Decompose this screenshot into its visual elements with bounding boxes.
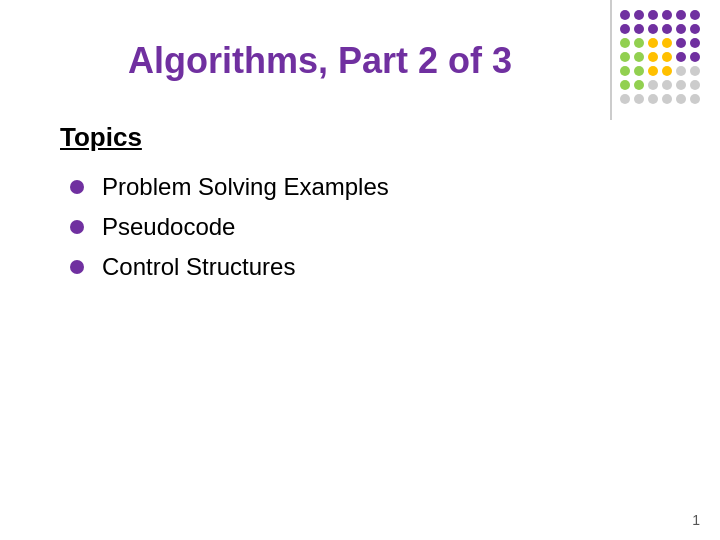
decoration-dot	[648, 80, 658, 90]
decoration-dot	[620, 24, 630, 34]
list-item-text: Problem Solving Examples	[102, 173, 389, 201]
list-item: Control Structures	[70, 253, 660, 281]
bullet-dot-icon	[70, 180, 84, 194]
bullet-list: Problem Solving ExamplesPseudocodeContro…	[60, 173, 660, 281]
decoration-dot	[662, 94, 672, 104]
list-item-text: Control Structures	[102, 253, 295, 281]
decoration-dot	[690, 10, 700, 20]
decoration-dot	[676, 66, 686, 76]
slide: Algorithms, Part 2 of 3 Topics Problem S…	[0, 0, 720, 540]
decoration-dot	[662, 10, 672, 20]
decoration-dot	[690, 80, 700, 90]
decoration-dot	[648, 10, 658, 20]
decoration-dot	[662, 80, 672, 90]
vertical-divider	[610, 0, 612, 120]
decoration-dot	[634, 94, 644, 104]
decoration-dot	[648, 52, 658, 62]
page-number: 1	[692, 512, 700, 528]
decoration-dot	[690, 94, 700, 104]
decoration-dot	[676, 80, 686, 90]
decoration-dot	[662, 38, 672, 48]
decoration-dot	[648, 66, 658, 76]
list-item: Pseudocode	[70, 213, 660, 241]
decoration-dot	[634, 10, 644, 20]
decoration-dot	[648, 38, 658, 48]
decoration-dot	[634, 38, 644, 48]
decoration-dot	[648, 24, 658, 34]
list-item: Problem Solving Examples	[70, 173, 660, 201]
bullet-dot-icon	[70, 220, 84, 234]
decoration-dot	[648, 94, 658, 104]
decoration-dot	[676, 10, 686, 20]
decoration-dot	[634, 52, 644, 62]
decoration-dot	[634, 80, 644, 90]
decoration-dot	[620, 52, 630, 62]
bullet-dot-icon	[70, 260, 84, 274]
list-item-text: Pseudocode	[102, 213, 235, 241]
decoration-dot	[676, 52, 686, 62]
decoration-dot	[676, 94, 686, 104]
decoration-dot	[662, 66, 672, 76]
decoration-dot	[634, 24, 644, 34]
decoration-dot	[676, 24, 686, 34]
decoration-dot	[690, 24, 700, 34]
decoration-dot	[690, 52, 700, 62]
decoration-dot	[662, 24, 672, 34]
decoration-dot	[620, 66, 630, 76]
decoration-dot	[690, 66, 700, 76]
slide-title: Algorithms, Part 2 of 3	[60, 40, 660, 82]
topics-heading: Topics	[60, 122, 660, 153]
decoration-dot	[620, 80, 630, 90]
decoration-dot	[620, 94, 630, 104]
decoration-dot	[620, 38, 630, 48]
decoration-dot	[676, 38, 686, 48]
decoration-dot	[634, 66, 644, 76]
dot-grid-decoration	[620, 10, 710, 110]
decoration-dot	[690, 38, 700, 48]
decoration-dot	[662, 52, 672, 62]
decoration-dot	[620, 10, 630, 20]
